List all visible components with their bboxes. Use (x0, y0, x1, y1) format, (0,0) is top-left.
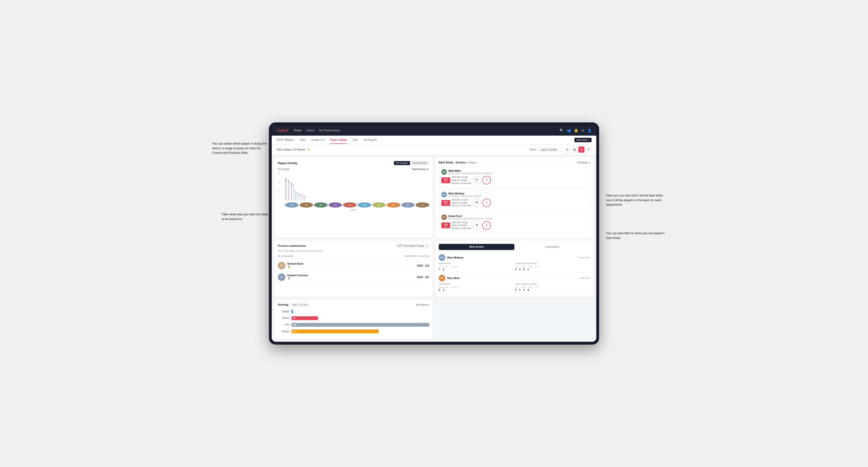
bar[interactable] (291, 185, 292, 200)
lb-player-details: Edward Crossman 🥈 (287, 274, 308, 280)
avatar-icon[interactable]: 👤 (588, 129, 592, 132)
bar[interactable] (301, 196, 302, 200)
player-filter-dropdown[interactable]: All Players ▾ (577, 161, 590, 164)
lb-col-player: PLAYER NAME (278, 255, 403, 257)
stat-unit: yds (475, 203, 478, 205)
subnav-pgat[interactable]: PGAT Players (276, 136, 294, 144)
bar[interactable] (295, 193, 296, 200)
practice-value: 4 (443, 289, 444, 291)
bar[interactable] (299, 196, 300, 200)
bar[interactable] (288, 182, 289, 200)
subnav-team-clippd[interactable]: Team Clippd (330, 136, 347, 144)
practice-drills-toggle[interactable]: Practice Drills (410, 161, 429, 165)
most-active-tab[interactable]: Most Active (439, 244, 515, 250)
lb-row[interactable]: RB Richard Butler 🥇 19/20 110 (278, 260, 429, 272)
shot-player-name: David Ford (448, 215, 492, 217)
gtt-label: GTT (515, 286, 519, 288)
bar-container[interactable]: 4 (297, 177, 298, 200)
bar-value-label: 5 (295, 191, 296, 192)
scoring-player-filter[interactable]: All Players ▾ (416, 304, 429, 306)
on-course-toggle[interactable]: On Course (394, 161, 410, 165)
subnav-all-players[interactable]: All Players (364, 136, 377, 144)
top-nav: clippd Home Teams My Performance 🔍 👥 🔔 ⊕… (272, 125, 596, 135)
lb-avg: 107 (425, 276, 429, 279)
nav-performance[interactable]: My Performance (319, 128, 340, 133)
bar-container[interactable]: 5 (295, 177, 296, 200)
bar-container[interactable]: 13 (285, 177, 287, 200)
bar[interactable] (305, 197, 305, 200)
shot-stat-distance: 16 yds (472, 221, 481, 230)
player-avatar-small: LR (415, 203, 429, 208)
gtt-value: 0 (515, 289, 517, 291)
nav-teams[interactable]: Teams (306, 128, 314, 133)
bar-container[interactable]: 3 (301, 177, 302, 200)
leaderboard-filter-dropdown[interactable]: PUTT Must Make Putting... ▾ (396, 244, 429, 248)
shot-card[interactable]: BM Blair McHarg 23 Jul 2023 · Ashridge G… (439, 189, 590, 210)
heart-view-icon[interactable]: ♥ (578, 147, 585, 153)
search-icon[interactable]: 🔍 (559, 129, 563, 132)
scoring-card: Scoring Par 3, 4 & 5s ▾ All Players ▾ Ea… (275, 300, 433, 339)
main-content: Player Activity On Course Practice Drill… (272, 155, 596, 342)
grid2-view-icon[interactable]: ▦ (571, 147, 578, 153)
shot-card[interactable]: MM Matt Miller 09 Jun 2023 · Royal North… (439, 166, 590, 187)
scoring-row: Bogeys 315 (278, 329, 429, 334)
bar-container[interactable]: 9 (293, 177, 294, 200)
rounds-stat-group: Total Rounds Tournament Practice 7 6 (439, 262, 514, 271)
subnav-pga[interactable]: PGA (300, 136, 306, 144)
bar[interactable] (297, 194, 298, 200)
bell-icon[interactable]: 🔔 (574, 129, 578, 132)
bar-value-label: 12 (288, 180, 290, 181)
tournament-value: 8 (439, 289, 440, 291)
scoring-category-label: Pars (278, 323, 290, 326)
least-active-tab[interactable]: Least Active (515, 244, 590, 250)
bar-container[interactable]: 2 (305, 177, 305, 200)
bar-highlight (285, 180, 286, 181)
shot-card[interactable]: DF David Ford 24 Aug 2023 · Royal North … (439, 212, 590, 232)
chevron-right-icon[interactable]: › (586, 198, 588, 201)
tablet-screen: clippd Home Teams My Performance 🔍 👥 🔔 ⊕… (272, 125, 596, 342)
bar[interactable] (285, 180, 286, 200)
bar-group: 9 (293, 177, 294, 200)
bar-container[interactable]: 3 (299, 177, 300, 200)
subnav-tour[interactable]: Tour (352, 136, 358, 144)
lb-table-header: PLAYER NAME PB SCORE PB AVG SQ (278, 254, 429, 258)
leaderboard-filter-arrow: ▾ (427, 245, 428, 247)
subnav-hcaps[interactable]: Hcaps 1-5 (311, 136, 324, 144)
nav-home[interactable]: Home (294, 128, 302, 133)
practice-sub-labels: GTT APP ARG PUTT (515, 286, 590, 288)
timescale-dropdown[interactable]: Last 3 months Last 6 months Last year (539, 148, 562, 152)
edit-icon[interactable]: ✏️ (307, 148, 310, 151)
bar-container[interactable]: 10 (290, 177, 292, 200)
shot-badge-label: SG (443, 203, 449, 205)
chart-metric-dropdown[interactable]: Total Rounds (411, 168, 429, 171)
people-icon[interactable]: 👥 (567, 129, 571, 132)
chevron-right-icon[interactable]: › (586, 175, 588, 179)
sub-nav: PGAT Players PGA Hcaps 1-5 Team Clippd T… (272, 135, 596, 145)
scoring-filter-dropdown[interactable]: Par 3, 4 & 5s ▾ (290, 303, 310, 307)
add-team-button[interactable]: Add Team + (574, 138, 592, 142)
logo: clippd (276, 128, 288, 132)
stat-zero-unit: yds (486, 203, 488, 205)
add-circle-icon[interactable]: ⊕ (582, 129, 584, 132)
chart-subtitle-text: On Course (278, 168, 289, 170)
avatars-row: BMABDFJCEEGBRBMMECLR (278, 203, 429, 208)
list-view-icon[interactable]: ☰ (585, 147, 592, 153)
rank-badge: 🥇 (287, 266, 290, 269)
all-shots-tab[interactable]: All Shots ▾ (456, 161, 467, 164)
show-label: Show: (530, 148, 537, 151)
bar-container[interactable]: 2 (303, 177, 304, 200)
grid4-view-icon[interactable]: ⊞ (564, 147, 570, 153)
bar[interactable] (293, 186, 294, 200)
arg-label: ARG (528, 266, 532, 268)
bar-value-label: 2 (303, 195, 304, 197)
scoring-bar-wrap: 96 (291, 316, 429, 320)
bar-container[interactable]: 12 (288, 177, 290, 200)
shots-tab-group: All Shots ▾ Players (456, 161, 477, 164)
lb-row[interactable]: EC Edward Crossman 🥈 18/20 107 (278, 272, 429, 283)
rounds-stat-group: Total Rounds Tournament Practice 8 4 (439, 283, 514, 291)
chevron-right-icon[interactable]: › (586, 220, 588, 224)
activity-player: RB Rees Britt 02 Sep 2023 Total Rounds T… (439, 273, 590, 293)
tablet-shell: clippd Home Teams My Performance 🔍 👥 🔔 ⊕… (269, 122, 599, 344)
bar[interactable] (303, 197, 304, 200)
players-tab[interactable]: Players (469, 161, 476, 164)
